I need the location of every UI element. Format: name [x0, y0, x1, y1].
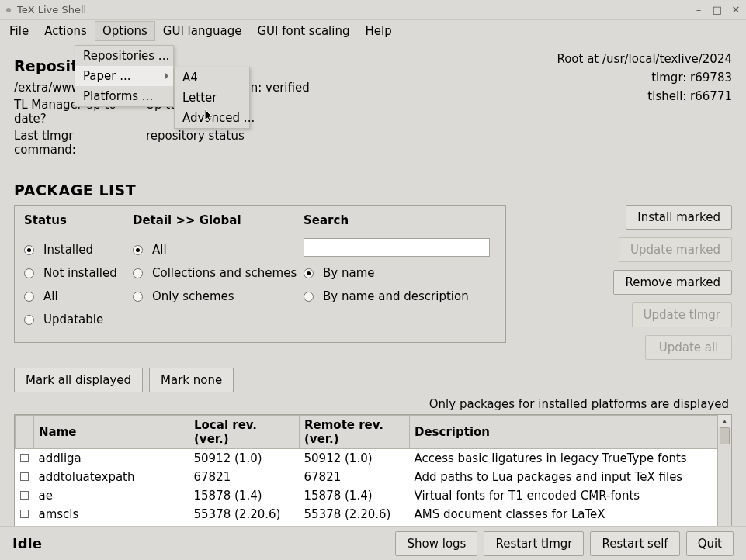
tlshell-version: tlshell: r66771: [557, 87, 732, 105]
row-local-rev: 50912 (1.0): [189, 449, 300, 468]
options-repositories[interactable]: Repositories ...: [75, 46, 173, 66]
row-remote-rev: 55378 (2.20.6): [300, 505, 410, 524]
update-marked-button[interactable]: Update marked: [619, 237, 732, 262]
restart-self-button[interactable]: Restart self: [590, 531, 679, 556]
update-all-button[interactable]: Update all: [645, 335, 732, 360]
menu-help[interactable]: Help: [357, 21, 399, 41]
row-remote-rev: 67821: [300, 468, 410, 486]
side-actions: Install marked Update marked Remove mark…: [613, 205, 732, 360]
filter-detail-label: Detail >> Global: [133, 213, 304, 227]
col-local-rev[interactable]: Local rev. (ver.): [189, 416, 300, 449]
radio-icon: [24, 245, 34, 255]
search-input[interactable]: [304, 238, 490, 257]
col-name[interactable]: Name: [34, 416, 189, 449]
menu-file[interactable]: File: [2, 21, 36, 41]
submenu-arrow-icon: [165, 72, 168, 80]
filter-panel: Status Installed Not installed All Updat…: [14, 205, 506, 343]
last-command-value: repository status: [146, 129, 245, 157]
table-row[interactable]: ae15878 (1.4)15878 (1.4)Virtual fonts fo…: [16, 486, 717, 505]
radio-status-installed[interactable]: Installed: [24, 243, 133, 257]
paper-advanced[interactable]: Advanced ...: [175, 108, 249, 128]
row-name: amscls: [34, 505, 189, 524]
row-name: ae: [34, 486, 189, 505]
row-description: Virtual fonts for T1 encoded CMR-fonts: [410, 486, 717, 505]
radio-icon: [24, 315, 34, 325]
radio-icon: [24, 292, 34, 302]
col-remote-rev[interactable]: Remote rev. (ver.): [300, 416, 410, 449]
radio-icon: [24, 268, 34, 278]
radio-icon: [133, 245, 143, 255]
platforms-note: Only packages for installed platforms ar…: [14, 397, 732, 411]
row-checkbox[interactable]: [20, 472, 29, 481]
row-checkbox[interactable]: [20, 454, 29, 462]
version-info: Root at /usr/local/texlive/2024 tlmgr: r…: [557, 50, 732, 160]
table-row[interactable]: amscls55378 (2.20.6)55378 (2.20.6)AMS do…: [16, 505, 717, 524]
paper-submenu: A4 Letter Advanced ...: [174, 67, 250, 129]
radio-detail-schemes[interactable]: Only schemes: [133, 289, 304, 303]
mark-none-button[interactable]: Mark none: [149, 368, 234, 392]
window-indicator-icon: [6, 8, 11, 12]
row-local-rev: 15878 (1.4): [189, 486, 300, 505]
options-dropdown: Repositories ... Paper ... Platforms ...: [75, 45, 174, 107]
row-remote-rev: 15878 (1.4): [300, 486, 410, 505]
install-marked-button[interactable]: Install marked: [626, 205, 732, 230]
maximize-button[interactable]: □: [713, 6, 721, 14]
row-checkbox[interactable]: [20, 510, 29, 518]
row-description: Add paths to Lua packages and input TeX …: [410, 468, 717, 486]
paper-a4[interactable]: A4: [175, 67, 249, 88]
radio-search-by-name-desc[interactable]: By name and description: [304, 289, 496, 303]
row-checkbox[interactable]: [20, 491, 29, 500]
options-paper[interactable]: Paper ...: [75, 66, 173, 86]
package-list-heading: PACKAGE LIST: [14, 181, 732, 199]
root-path: Root at /usr/local/texlive/2024: [557, 50, 732, 68]
scroll-up-arrow-icon[interactable]: ▴: [718, 415, 731, 427]
radio-icon: [304, 292, 314, 302]
radio-search-by-name[interactable]: By name: [304, 266, 496, 280]
menu-options[interactable]: Options: [95, 21, 155, 41]
remove-marked-button[interactable]: Remove marked: [613, 270, 732, 295]
scroll-thumb[interactable]: [720, 427, 730, 444]
titlebar: TeX Live Shell – □ ✕: [0, 0, 746, 20]
mark-all-button[interactable]: Mark all displayed: [14, 368, 143, 392]
menu-gui-language[interactable]: GUI language: [155, 21, 250, 41]
menu-gui-font-scaling[interactable]: GUI font scaling: [249, 21, 357, 41]
row-description: AMS document classes for LaTeX: [410, 505, 717, 524]
update-tlmgr-button[interactable]: Update tlmgr: [632, 302, 732, 327]
restart-tlmgr-button[interactable]: Restart tlmgr: [484, 531, 584, 556]
table-row[interactable]: addtoluatexpath6782167821Add paths to Lu…: [16, 468, 717, 486]
close-button[interactable]: ✕: [732, 6, 740, 14]
radio-status-updatable[interactable]: Updatable: [24, 313, 133, 327]
radio-status-not-installed[interactable]: Not installed: [24, 266, 133, 280]
table-row[interactable]: addliga50912 (1.0)50912 (1.0)Access basi…: [16, 449, 717, 468]
col-checkbox[interactable]: [16, 416, 34, 449]
radio-icon: [304, 268, 314, 278]
menu-actions[interactable]: Actions: [36, 21, 95, 41]
last-command-label: Last tlmgr command:: [14, 129, 135, 157]
col-description[interactable]: Description: [410, 416, 717, 449]
row-local-rev: 55378 (2.20.6): [189, 505, 300, 524]
options-platforms[interactable]: Platforms ...: [75, 86, 173, 106]
radio-icon: [133, 292, 143, 302]
quit-button[interactable]: Quit: [686, 531, 734, 556]
radio-icon: [133, 268, 143, 278]
radio-detail-all[interactable]: All: [133, 243, 304, 257]
paper-letter[interactable]: Letter: [175, 88, 249, 108]
row-name: addliga: [34, 449, 189, 468]
show-logs-button[interactable]: Show logs: [395, 531, 477, 556]
status-text: Idle: [12, 535, 395, 551]
radio-detail-collections[interactable]: Collections and schemes: [133, 266, 304, 280]
minimize-button[interactable]: –: [695, 6, 703, 14]
row-remote-rev: 50912 (1.0): [300, 449, 410, 468]
window-title: TeX Live Shell: [17, 4, 684, 16]
filter-status-label: Status: [24, 213, 133, 227]
row-description: Access basic ligatures in legacy TrueTyp…: [410, 449, 717, 468]
row-name: addtoluatexpath: [34, 468, 189, 486]
bottom-bar: Idle Show logs Restart tlmgr Restart sel…: [0, 526, 746, 560]
menubar: File Actions Options GUI language GUI fo…: [0, 20, 746, 42]
row-local-rev: 67821: [189, 468, 300, 486]
filter-search-label: Search: [304, 213, 496, 227]
options-paper-label: Paper ...: [83, 69, 131, 83]
radio-status-all[interactable]: All: [24, 289, 133, 303]
tlmgr-version: tlmgr: r69783: [557, 68, 732, 87]
